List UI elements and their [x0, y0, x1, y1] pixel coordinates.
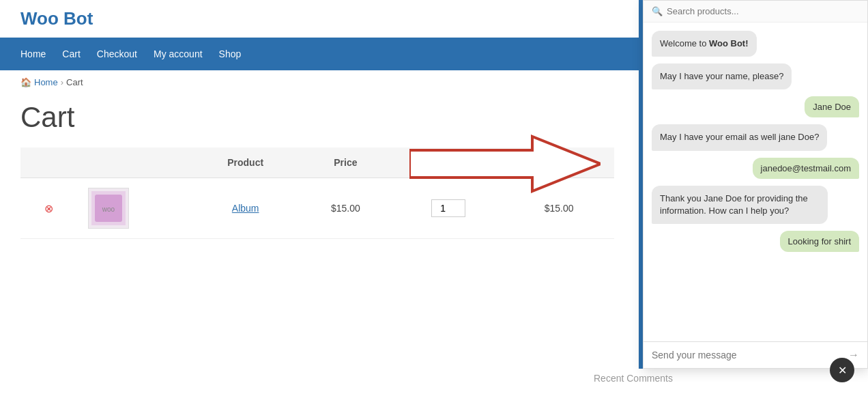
remove-cell: ⊗ [20, 178, 77, 239]
bot-message-2: May I have your name, please? [652, 63, 792, 89]
remove-item-button[interactable]: ⊗ [44, 203, 53, 214]
user-message-3: Looking for shirt [780, 231, 860, 252]
breadcrumb-home-icon: 🏠 [20, 77, 31, 87]
nav-myaccount[interactable]: My account [154, 48, 203, 59]
bot-message-3: May I have your email as well jane Doe? [652, 124, 827, 150]
svg-marker-3 [409, 137, 601, 191]
breadcrumb-home-link[interactable]: Home [34, 77, 58, 87]
product-link[interactable]: Album [232, 203, 259, 214]
col-price: Price [299, 147, 392, 178]
arrow-svg [409, 130, 601, 198]
bot-name-bold: Woo Bot! [709, 38, 749, 48]
send-button[interactable]: → [848, 349, 859, 361]
product-name-cell: Album [192, 178, 299, 239]
bot-message-4: Thank you Jane Doe for providing the inf… [652, 186, 828, 224]
chat-close-button[interactable]: ✕ [830, 358, 854, 382]
col-remove [20, 147, 77, 178]
search-bar: 🔍 [643, 1, 867, 23]
price-cell: $15.00 [299, 178, 392, 239]
product-image-cell: woo [77, 178, 192, 239]
recent-comments-label: Recent Comments [594, 367, 673, 389]
breadcrumb-current: Cart [66, 77, 83, 87]
close-icon: ✕ [838, 364, 847, 377]
breadcrumb-separator: › [61, 77, 63, 87]
user-message-2: janedoe@testmail.com [753, 158, 859, 179]
product-image: woo [88, 188, 129, 229]
col-product: Product [192, 147, 299, 178]
col-image [77, 147, 192, 178]
bot-message-1: Welcome to Woo Bot! [652, 31, 757, 57]
nav-checkout[interactable]: Checkout [97, 48, 137, 59]
quantity-input[interactable] [431, 199, 465, 217]
search-icon: 🔍 [652, 6, 663, 16]
svg-text:woo: woo [101, 206, 115, 213]
nav-shop[interactable]: Shop [219, 48, 242, 59]
chat-widget: 🔍 Welcome to Woo Bot! May I have your na… [643, 0, 868, 369]
search-input[interactable] [667, 6, 859, 16]
user-message-1: Jane Doe [805, 96, 859, 117]
chat-messages-container: Welcome to Woo Bot! May I have your name… [643, 23, 867, 341]
nav-home[interactable]: Home [20, 48, 46, 59]
album-thumbnail: woo [91, 191, 126, 225]
chat-input[interactable] [652, 350, 843, 360]
nav-cart[interactable]: Cart [62, 48, 80, 59]
site-title: Woo Bot [20, 8, 93, 29]
arrow-indicator [409, 130, 601, 201]
